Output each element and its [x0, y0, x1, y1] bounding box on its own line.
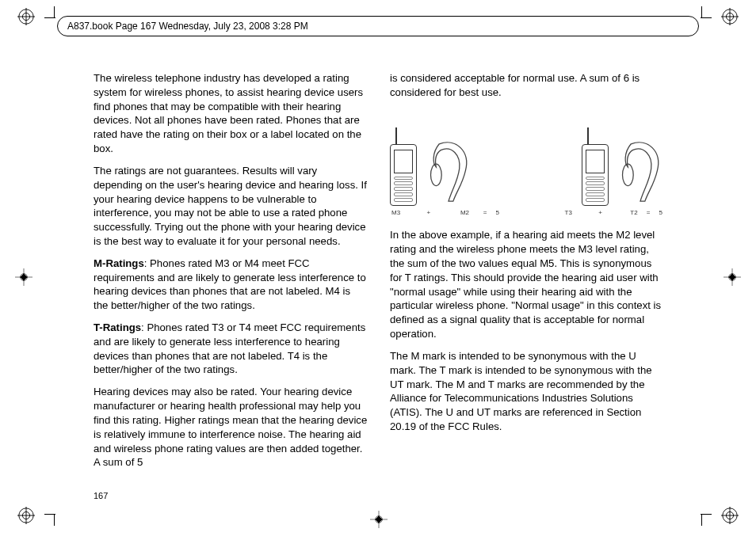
crop-tick [54, 515, 55, 526]
body-paragraph: M-Ratings: Phones rated M3 or M4 meet FC… [94, 257, 368, 313]
body-paragraph: is considered acceptable for normal use.… [390, 71, 664, 100]
body-paragraph: In the above example, if a hearing aid m… [390, 228, 664, 341]
hearing-aid-figure [390, 111, 664, 206]
crop-tick [44, 514, 55, 515]
figure-caption: M3 + M2 = 5 T3 + T2 = 5 [390, 209, 664, 218]
crop-tick [54, 6, 55, 17]
crop-tick [44, 17, 55, 18]
caption-t: T3 + T2 = 5 [565, 209, 662, 218]
caption-m: M3 + M2 = 5 [391, 209, 499, 218]
crop-tick [701, 6, 702, 17]
registration-mark-icon [17, 507, 35, 524]
right-column: is considered acceptable for normal use.… [390, 71, 664, 499]
crosshair-icon [8, 261, 40, 293]
rating-label: M-Ratings [94, 257, 144, 269]
crop-tick [701, 515, 702, 526]
crop-tick [701, 17, 712, 18]
page-content: The wireless telephone industry has deve… [94, 71, 664, 499]
body-paragraph: The ratings are not guarantees. Results … [94, 164, 368, 249]
registration-mark-icon [721, 507, 739, 524]
registration-mark-icon [17, 8, 35, 25]
page-number: 167 [94, 491, 108, 500]
header-text: A837.book Page 167 Wednesday, July 23, 2… [67, 21, 308, 32]
phone-icon [390, 144, 417, 206]
body-paragraph: Hearing devices may also be rated. Your … [94, 385, 368, 470]
page-header: A837.book Page 167 Wednesday, July 23, 2… [57, 16, 699, 36]
crop-tick [701, 514, 712, 515]
hearing-aid-icon [425, 136, 472, 206]
body-paragraph: The M mark is intended to be synonymous … [390, 349, 664, 434]
hearing-aid-icon [617, 136, 664, 206]
body-paragraph: T-Ratings: Phones rated T3 or T4 meet FC… [94, 321, 368, 377]
left-column: The wireless telephone industry has deve… [94, 71, 368, 499]
crosshair-icon [716, 261, 748, 293]
body-paragraph: The wireless telephone industry has deve… [94, 71, 368, 156]
phone-icon [582, 144, 609, 206]
figure-group-m [390, 136, 472, 206]
rating-label: T-Ratings [94, 321, 141, 333]
registration-mark-icon [721, 8, 739, 25]
crosshair-icon [363, 504, 395, 535]
figure-group-t [582, 136, 664, 206]
